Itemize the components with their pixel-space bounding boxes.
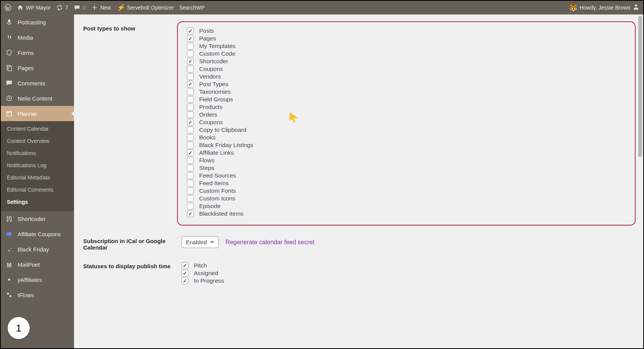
flows-icon xyxy=(5,291,13,299)
checkbox[interactable] xyxy=(187,142,194,149)
checkbox-label: My Templates xyxy=(199,43,235,50)
checkbox-row: In Progress xyxy=(182,277,636,284)
checkbox-row: Vendors xyxy=(187,73,626,80)
checkbox[interactable] xyxy=(187,96,194,103)
submenu-item-content-calendar[interactable]: Content Calendar xyxy=(1,123,74,135)
site-name[interactable]: WP Mayor xyxy=(17,4,51,11)
sidebar-item-label: Planner xyxy=(18,110,37,117)
wordpress-icon xyxy=(5,4,11,11)
annotation-bubble: 1 xyxy=(8,317,30,339)
checkbox[interactable] xyxy=(187,149,194,156)
checkbox[interactable] xyxy=(187,81,194,88)
checkbox[interactable] xyxy=(182,277,188,284)
checkbox-row: Flows xyxy=(187,157,626,164)
checkbox-label: Field Groups xyxy=(199,96,233,103)
regenerate-link[interactable]: Regenerate calendar feed secret xyxy=(225,239,314,246)
checkbox-label: Books xyxy=(199,134,216,141)
statuses-row: Statuses to display publish time PitchAs… xyxy=(83,261,636,285)
checkbox[interactable] xyxy=(187,203,194,210)
media-icon xyxy=(5,34,13,41)
sidebar-item-planner[interactable]: Planner xyxy=(1,106,74,121)
submenu-item-notifications-log[interactable]: Notifications Log xyxy=(1,159,74,171)
checkbox[interactable] xyxy=(187,111,194,118)
checkbox[interactable] xyxy=(187,43,194,50)
checkbox[interactable] xyxy=(187,104,194,110)
checkbox-label: Custom Fonts xyxy=(199,187,236,194)
sidebar-item-affiliate-coupons[interactable]: Affiliate Coupons xyxy=(1,226,74,242)
sidebar-item-yaffiliates[interactable]: yAffiliates xyxy=(1,272,74,287)
checkbox-row: Blacklisted Items xyxy=(187,210,626,217)
checkbox[interactable] xyxy=(187,187,194,194)
sidebar-item-media[interactable]: Media xyxy=(1,30,74,45)
sidebar-item-mailpoet[interactable]: MMailPoet xyxy=(1,257,74,272)
checkbox[interactable] xyxy=(187,134,194,141)
comments-indicator[interactable]: 0 xyxy=(74,4,86,11)
checkbox-row: Copy to Clipboard xyxy=(187,126,626,133)
checkbox[interactable] xyxy=(187,88,194,95)
scrollbar-thumb[interactable] xyxy=(638,16,642,157)
submenu-item-notifications[interactable]: Notifications xyxy=(1,147,74,159)
checkbox[interactable] xyxy=(187,35,194,42)
checkbox-label: In Progress xyxy=(194,277,224,284)
wp-logo[interactable] xyxy=(5,4,11,11)
checkbox[interactable] xyxy=(187,165,194,171)
updates[interactable]: 7 xyxy=(56,4,68,11)
sidebar-item-forms[interactable]: Forms xyxy=(1,45,74,60)
sidebar-item-shortcoder[interactable]: [/]Shortcoder xyxy=(1,211,74,226)
sidebar-item-podcasting[interactable]: Podcasting xyxy=(1,14,74,30)
svg-rect-12 xyxy=(10,295,11,297)
submenu-item-editorial-comments[interactable]: Editorial Comments xyxy=(1,184,74,196)
sidebar-item-black-friday[interactable]: Black Friday xyxy=(1,242,74,257)
checkbox[interactable] xyxy=(187,58,194,65)
pages-icon xyxy=(5,64,13,72)
checkbox[interactable] xyxy=(187,172,194,179)
checkbox-label: Pages xyxy=(199,35,216,42)
sidebar-item-pages[interactable]: Pages xyxy=(1,60,74,75)
sidebar-item-nelio-content[interactable]: Nelio Content xyxy=(1,91,74,106)
checkbox[interactable] xyxy=(187,210,194,217)
checkbox[interactable] xyxy=(187,27,194,34)
checkbox[interactable] xyxy=(182,262,188,269)
comments-count: 0 xyxy=(83,5,86,11)
sidebar-item-label: tFlows xyxy=(18,292,34,298)
sidebar-item-tflows[interactable]: tFlows xyxy=(1,287,74,303)
checkbox-label: Orders xyxy=(199,111,217,118)
sidebar-item-label: Forms xyxy=(18,50,34,56)
checkbox[interactable] xyxy=(187,126,194,133)
checkbox-label: Feed Sources xyxy=(199,172,236,179)
checkbox-row: Steps xyxy=(187,165,626,171)
checkbox-label: Custom Code xyxy=(199,50,235,57)
searchwp-link[interactable]: SearchWP xyxy=(179,5,205,11)
checkbox[interactable] xyxy=(182,270,188,277)
post-types-highlight: PostsPagesMy TemplatesCustom CodeShortco… xyxy=(177,21,636,226)
checkbox-label: Taxonomies xyxy=(199,88,231,95)
checkbox-row: Feed Items xyxy=(187,180,626,187)
checkbox[interactable] xyxy=(187,66,194,72)
checkbox-label: Assigned xyxy=(194,270,218,277)
main-content: Post types to show PostsPagesMy Template… xyxy=(74,14,643,348)
checkbox[interactable] xyxy=(187,119,194,126)
new-content[interactable]: New xyxy=(91,4,111,11)
checkbox-row: Pages xyxy=(187,35,626,42)
submenu-item-editorial-metadata[interactable]: Editorial Metadata xyxy=(1,171,74,184)
admin-sidebar: PodcastingMediaFormsPagesCommentsNelio C… xyxy=(1,14,74,348)
checkbox-row: Coupons xyxy=(187,119,626,126)
checkbox[interactable] xyxy=(187,180,194,187)
servebolt-link[interactable]: ⚡Servebolt Optimizer xyxy=(116,3,174,12)
forms-icon xyxy=(5,49,13,56)
checkbox[interactable] xyxy=(187,157,194,164)
user-menu[interactable]: 🐯 Howdy, Jessie Brown xyxy=(570,3,639,12)
sidebar-item-comments[interactable]: Comments xyxy=(1,75,74,91)
admin-bar: WP Mayor 7 0 New ⚡Servebolt Optimizer Se… xyxy=(1,1,643,14)
sidebar-item-label: MailPoet xyxy=(18,261,40,268)
checkbox[interactable] xyxy=(187,50,194,57)
submenu-item-settings[interactable]: Settings xyxy=(1,196,74,208)
clock-icon xyxy=(5,94,13,102)
comment-icon xyxy=(74,4,80,11)
submenu-item-content-overview[interactable]: Content Overview xyxy=(1,135,74,147)
coupon-icon xyxy=(5,230,13,238)
checkbox[interactable] xyxy=(187,195,194,202)
sidebar-submenu: Content CalendarContent OverviewNotifica… xyxy=(1,121,74,211)
checkbox[interactable] xyxy=(187,73,194,80)
subscription-select[interactable]: Enabled xyxy=(182,236,219,248)
